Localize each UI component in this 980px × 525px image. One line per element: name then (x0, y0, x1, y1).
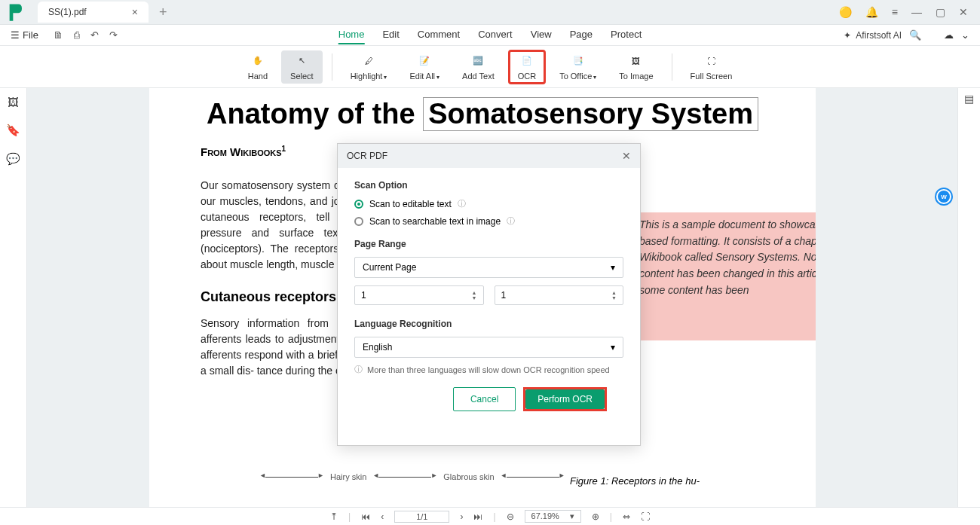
menubar: ☰ File 🗎 ⎙ ↶ ↷ Home Edit Comment Convert… (0, 25, 980, 46)
language-select[interactable]: English ▾ (354, 337, 623, 358)
cancel-button[interactable]: Cancel (453, 387, 516, 411)
tab-home[interactable]: Home (338, 26, 365, 44)
perform-ocr-highlight: Perform OCR (523, 387, 607, 411)
scroll-top-icon[interactable]: ⤒ (330, 511, 338, 522)
tab-view[interactable]: View (531, 26, 552, 44)
bookmarks-icon[interactable]: 🔖 (6, 124, 20, 137)
chevron-down-icon: ▾ (611, 342, 615, 353)
hand-tool[interactable]: ✋ Hand (239, 50, 277, 84)
minimize-icon[interactable]: — (911, 6, 922, 18)
fit-page-icon[interactable]: ⛶ (641, 511, 650, 522)
page-input[interactable]: 1/1 (394, 511, 449, 523)
radio-icon (354, 217, 363, 226)
zoom-out-icon[interactable]: ⊖ (507, 511, 514, 522)
highlight-tool[interactable]: 🖊 Highlight▾ (341, 50, 397, 84)
titlebar-controls: 🟡 🔔 ≡ — ▢ ✕ (839, 6, 980, 18)
zoom-in-icon[interactable]: ⊕ (592, 511, 599, 522)
maximize-icon[interactable]: ▢ (936, 6, 945, 18)
left-sidebar: 🖼 🔖 💬 (0, 88, 27, 507)
user-avatar-icon[interactable]: 🟡 (839, 6, 852, 18)
notification-icon[interactable]: 🔔 (865, 6, 878, 18)
annotation-note: This is a sample document to showcase pa… (632, 212, 816, 340)
undo-icon[interactable]: ↶ (90, 29, 99, 41)
search-icon[interactable]: 🔍 (909, 29, 921, 41)
tab-protect[interactable]: Protect (611, 26, 642, 44)
right-sidebar: ▤ (957, 88, 980, 507)
doc-title: Anatomy of the Somatosensory System (201, 97, 764, 131)
lang-label: Language Recognition (354, 319, 623, 329)
bottombar: ⤒ | ⏮ ‹ 1/1 › ⏭ | ⊖ 67.19%▾ ⊕ | ⇔ ⛶ (0, 507, 980, 525)
app-logo (6, 2, 27, 23)
ocr-icon: 📄 (519, 53, 534, 69)
tab-page[interactable]: Page (570, 26, 593, 44)
figure-caption: Figure 1: Receptors in the hu- (570, 475, 700, 487)
dialog-header: OCR PDF ✕ (338, 144, 640, 168)
spinner-arrows[interactable]: ▲▼ (472, 290, 477, 301)
radio-editable-text[interactable]: Scan to editable text ⓘ (354, 198, 623, 209)
edit-icon: 📝 (417, 53, 432, 69)
collapse-ribbon-icon[interactable]: ⌄ (961, 29, 969, 41)
radio-icon (354, 200, 363, 209)
tab-comment[interactable]: Comment (418, 26, 460, 44)
office-icon: 📑 (571, 53, 586, 69)
divider (672, 53, 672, 81)
menu-icon[interactable]: ≡ (892, 6, 898, 18)
menu-tabs: Home Edit Comment Convert View Page Prot… (338, 26, 642, 44)
to-office-tool[interactable]: 📑 To Office▾ (550, 50, 605, 84)
perform-ocr-button[interactable]: Perform OCR (525, 389, 605, 409)
add-text-tool[interactable]: 🔤 Add Text (453, 50, 504, 84)
figure-labels: Hairy skinGlabrous skin (265, 472, 559, 481)
text-icon: 🔤 (470, 53, 485, 69)
hand-icon: ✋ (250, 53, 265, 69)
close-window-icon[interactable]: ✕ (959, 6, 968, 18)
select-tool[interactable]: ↖ Select (281, 50, 323, 84)
dialog-close-icon[interactable]: ✕ (622, 150, 631, 162)
range-from-input[interactable]: 1 ▲▼ (354, 285, 484, 305)
spinner-arrows[interactable]: ▲▼ (611, 290, 617, 301)
file-menu[interactable]: ☰ File (11, 29, 38, 41)
zoom-select[interactable]: 67.19%▾ (525, 510, 581, 523)
edit-all-tool[interactable]: 📝 Edit All▾ (400, 50, 449, 84)
to-image-tool[interactable]: 🖼 To Image (610, 50, 662, 84)
last-page-icon[interactable]: ⏭ (473, 511, 482, 522)
prev-page-icon[interactable]: ‹ (381, 511, 384, 522)
tab-convert[interactable]: Convert (478, 26, 513, 44)
fit-width-icon[interactable]: ⇔ (623, 511, 630, 522)
radio-searchable-text[interactable]: Scan to searchable text in image ⓘ (354, 215, 623, 227)
scan-option-label: Scan Option (354, 180, 623, 191)
cloud-icon[interactable]: ☁ (944, 29, 954, 41)
fullscreen-tool[interactable]: ⛶ Full Screen (681, 50, 742, 84)
comments-icon[interactable]: 💬 (6, 152, 20, 166)
image-icon: 🖼 (629, 53, 644, 69)
toolbar: ✋ Hand ↖ Select 🖊 Highlight▾ 📝 Edit All▾… (0, 46, 980, 88)
new-tab-button[interactable]: + (159, 5, 167, 20)
document-tab[interactable]: SS(1).pdf × (38, 2, 149, 23)
save-icon[interactable]: 🗎 (54, 29, 63, 41)
tab-edit[interactable]: Edit (382, 26, 399, 44)
tab-title: SS(1).pdf (48, 7, 87, 17)
dialog-title: OCR PDF (347, 151, 387, 161)
close-tab-icon[interactable]: × (132, 6, 138, 18)
lang-help-text: ⓘ More than three languages will slow do… (354, 364, 623, 375)
titlebar: SS(1).pdf × + 🟡 🔔 ≡ — ▢ ✕ (0, 0, 980, 25)
page-range-select[interactable]: Current Page ▾ (354, 257, 623, 278)
next-page-icon[interactable]: › (460, 511, 463, 522)
redo-icon[interactable]: ↷ (109, 29, 118, 41)
properties-icon[interactable]: ▤ (964, 93, 974, 105)
info-icon[interactable]: ⓘ (458, 198, 466, 209)
info-icon: ⓘ (354, 364, 363, 375)
divider (332, 53, 332, 81)
ocr-tool[interactable]: 📄 OCR (508, 50, 546, 84)
info-icon[interactable]: ⓘ (507, 215, 515, 227)
fullscreen-icon: ⛶ (703, 53, 718, 69)
page-range-label: Page Range (354, 239, 623, 249)
export-word-badge[interactable]: W (936, 189, 951, 204)
ocr-dialog: OCR PDF ✕ Scan Option Scan to editable t… (337, 143, 641, 446)
chevron-down-icon: ▾ (611, 262, 615, 273)
thumbnails-icon[interactable]: 🖼 (8, 96, 19, 108)
first-page-icon[interactable]: ⏮ (361, 511, 370, 522)
print-icon[interactable]: ⎙ (74, 29, 80, 41)
ai-assistant-button[interactable]: ✦ Afirstsoft AI (844, 30, 902, 41)
highlight-icon: 🖊 (361, 53, 376, 69)
range-to-input[interactable]: 1 ▲▼ (495, 285, 624, 305)
